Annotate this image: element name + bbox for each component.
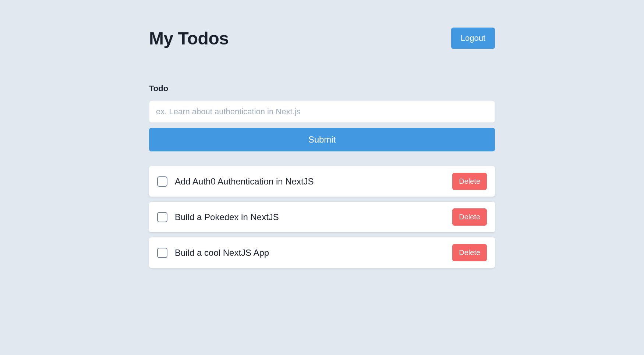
- todo-item: Add Auth0 Authentication in NextJS Delet…: [149, 166, 495, 197]
- app-container: My Todos Logout Todo Submit Add Auth0 Au…: [149, 0, 495, 283]
- todo-checkbox[interactable]: [157, 176, 167, 187]
- submit-button[interactable]: Submit: [149, 128, 495, 151]
- header: My Todos Logout: [149, 28, 495, 49]
- todo-form: Todo Submit: [149, 84, 495, 151]
- todo-text: Add Auth0 Authentication in NextJS: [175, 176, 452, 187]
- todo-checkbox[interactable]: [157, 248, 167, 258]
- todo-checkbox[interactable]: [157, 212, 167, 222]
- delete-button[interactable]: Delete: [452, 173, 487, 190]
- todo-list: Add Auth0 Authentication in NextJS Delet…: [149, 166, 495, 268]
- todo-text: Build a Pokedex in NextJS: [175, 212, 452, 222]
- logout-button[interactable]: Logout: [451, 28, 495, 49]
- todo-item: Build a Pokedex in NextJS Delete: [149, 202, 495, 232]
- delete-button[interactable]: Delete: [452, 208, 487, 226]
- todo-input[interactable]: [149, 101, 495, 123]
- todo-text: Build a cool NextJS App: [175, 248, 452, 258]
- delete-button[interactable]: Delete: [452, 244, 487, 261]
- todo-input-label: Todo: [149, 84, 495, 93]
- page-title: My Todos: [149, 28, 229, 49]
- todo-item: Build a cool NextJS App Delete: [149, 237, 495, 268]
